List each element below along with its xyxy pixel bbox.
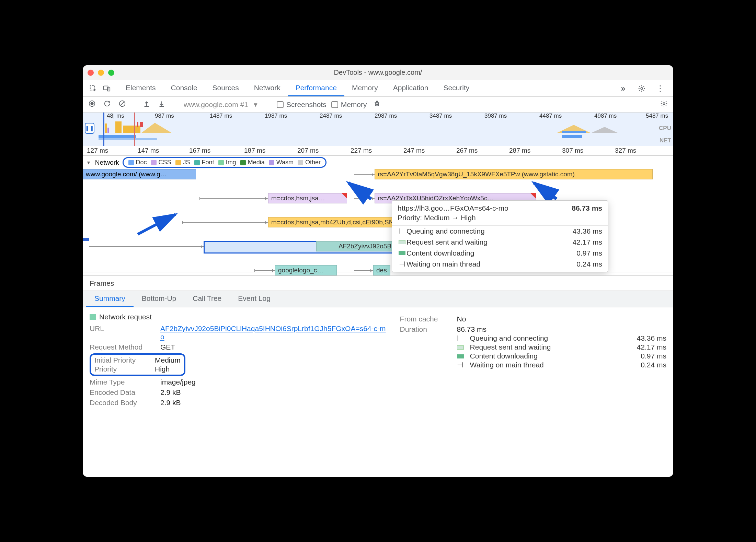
legend-other: Other — [298, 159, 321, 166]
svg-point-5 — [91, 102, 93, 105]
tab-memory[interactable]: Memory — [344, 80, 386, 96]
performance-toolbar: www.google.com #1 ▾ Screenshots Memory — [83, 97, 673, 113]
request-queue-line — [354, 174, 375, 175]
section-title: Network request — [99, 313, 152, 321]
tab-network[interactable]: Network — [247, 80, 288, 96]
disclosure-triangle-icon[interactable]: ▼ — [86, 160, 91, 165]
tab-call-tree[interactable]: Call Tree — [184, 291, 230, 307]
network-label: Network — [95, 159, 119, 166]
panel-tabbar: Elements Console Sources Network Perform… — [83, 80, 673, 97]
device-toolbar-icon[interactable] — [100, 80, 114, 96]
window-controls — [88, 70, 114, 76]
recording-picker[interactable]: www.google.com #1 ▾ — [181, 101, 263, 109]
legend-font: Font — [194, 159, 214, 166]
whisker-icon: ⊢ — [457, 334, 467, 342]
window-title: DevTools - www.google.com/ — [83, 69, 673, 76]
legend-wasm: Wasm — [269, 159, 294, 166]
bar-light-icon — [398, 240, 406, 244]
titlebar: DevTools - www.google.com/ — [83, 65, 673, 80]
request-bar[interactable]: rs=AA2YrTv0taM5qVgw38gU_15kX9WFXe5TPw (w… — [375, 169, 653, 179]
frames-track-header[interactable]: Frames — [83, 276, 673, 291]
timeline-overview[interactable]: 48| ms 987 ms 1487 ms 1987 ms 2487 ms 29… — [83, 113, 673, 146]
tab-bottom-up[interactable]: Bottom-Up — [134, 291, 184, 307]
svg-point-7 — [663, 103, 665, 105]
tab-security[interactable]: Security — [436, 80, 477, 96]
bar-dark-icon — [457, 352, 467, 360]
overview-net — [83, 135, 673, 141]
screenshots-checkbox[interactable]: Screenshots — [277, 101, 327, 109]
flamechart[interactable]: ▼ Network Doc CSS JS Font Img Media Wasm… — [83, 156, 673, 276]
legend-highlight: Doc CSS JS Font Img Media Wasm Other — [123, 157, 327, 168]
settings-icon[interactable] — [635, 85, 649, 92]
priority-change-icon — [342, 193, 347, 199]
legend-img: Img — [218, 159, 236, 166]
maximize-window-icon[interactable] — [108, 70, 114, 76]
whisker-end-icon: ⊣ — [398, 260, 406, 268]
clear-icon[interactable] — [117, 100, 127, 109]
tooltip-priority: Priority: Medium → High — [392, 214, 608, 226]
network-track-header[interactable]: ▼ Network Doc CSS JS Font Img Media Wasm… — [83, 156, 673, 169]
request-bar[interactable]: googlelogo_c… — [275, 265, 337, 275]
tooltip-total: 86.73 ms — [572, 204, 602, 212]
overview-cpu — [83, 121, 673, 134]
svg-rect-10 — [115, 121, 122, 133]
kebab-menu-icon[interactable]: ⋮ — [653, 84, 667, 93]
minimize-window-icon[interactable] — [98, 70, 104, 76]
devtools-window: DevTools - www.google.com/ Elements Cons… — [83, 65, 673, 477]
legend-css: CSS — [151, 159, 171, 166]
url-link[interactable]: AF2bZyivvJ92o5BiPi0CLlHaqa5IHNOi6SrpLrbf… — [160, 325, 390, 341]
priority-highlight: Initial PriorityMedium PriorityHigh — [90, 353, 185, 376]
bar-dark-icon — [398, 251, 406, 255]
memory-checkbox[interactable]: Memory — [331, 101, 367, 109]
inspect-element-icon[interactable] — [86, 80, 100, 96]
priority-change-icon — [530, 193, 536, 199]
request-tooltip: https://lh3.goo…FGxOA=s64-c-mo 86.73 ms … — [392, 200, 608, 272]
request-bar[interactable]: www.google.com/ (www.g… — [83, 169, 196, 179]
tab-sources[interactable]: Sources — [205, 80, 247, 96]
close-window-icon[interactable] — [88, 70, 94, 76]
download-icon[interactable] — [157, 100, 167, 109]
reload-icon[interactable] — [102, 100, 112, 109]
tab-elements[interactable]: Elements — [118, 80, 163, 96]
recording-label: www.google.com #1 — [184, 101, 248, 109]
tab-event-log[interactable]: Event Log — [230, 291, 279, 307]
svg-rect-12 — [137, 122, 138, 127]
whisker-end-icon: ⊣ — [457, 361, 467, 369]
legend-media: Media — [240, 159, 265, 166]
svg-rect-8 — [105, 123, 107, 133]
record-icon[interactable] — [87, 100, 97, 109]
svg-rect-13 — [140, 122, 143, 127]
summary-pane: Network request URLAF2bZyivvJ92o5BiPi0CL… — [83, 307, 673, 477]
svg-rect-9 — [107, 128, 109, 133]
svg-point-3 — [641, 87, 643, 90]
net-label: NET — [660, 137, 671, 144]
capture-settings-icon[interactable] — [659, 100, 669, 109]
cpu-label: CPU — [659, 125, 671, 132]
overview-ruler: 48| ms 987 ms 1487 ms 1987 ms 2487 ms 29… — [83, 113, 673, 119]
upload-icon[interactable] — [141, 100, 152, 109]
chevron-down-icon: ▾ — [252, 101, 260, 109]
request-bar[interactable]: m=cdos,hsm,jsa… — [268, 193, 347, 203]
request-bar[interactable]: des — [373, 265, 390, 275]
detail-tabbar: Summary Bottom-Up Call Tree Event Log — [83, 291, 673, 307]
tab-application[interactable]: Application — [386, 80, 436, 96]
whisker-icon: ⊢ — [398, 227, 406, 235]
flamechart-ruler[interactable]: 127 ms 147 ms 167 ms 187 ms 207 ms 227 m… — [83, 146, 673, 156]
garbage-collect-icon[interactable] — [372, 100, 382, 109]
tab-performance[interactable]: Performance — [288, 80, 344, 96]
more-tabs-icon[interactable]: » — [616, 84, 630, 93]
bar-light-icon — [457, 343, 467, 351]
legend-js: JS — [175, 159, 190, 166]
tab-console[interactable]: Console — [163, 80, 205, 96]
category-swatch-icon — [90, 314, 96, 320]
legend-doc: Doc — [128, 159, 147, 166]
tooltip-url: https://lh3.goo…FGxOA=s64-c-mo — [398, 204, 508, 212]
tab-summary[interactable]: Summary — [86, 291, 134, 307]
svg-rect-14 — [562, 131, 586, 133]
